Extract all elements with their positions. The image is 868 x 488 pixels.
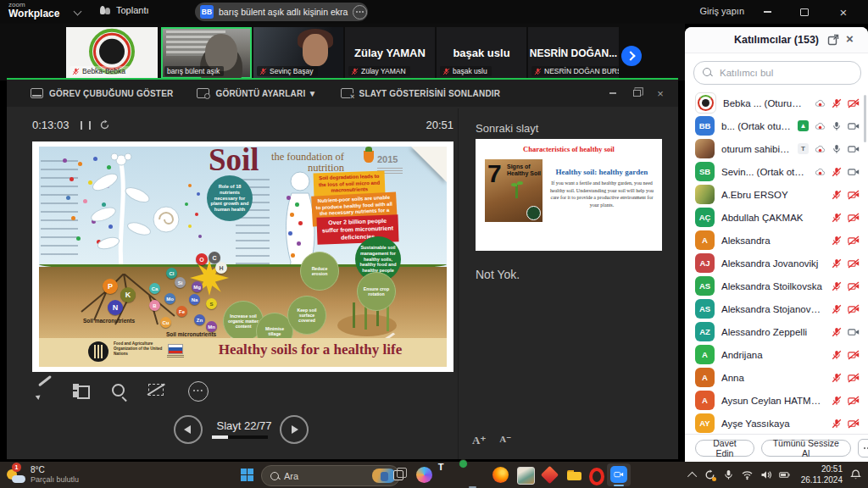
mic-status-icon[interactable] <box>832 167 842 177</box>
notifications-bell-icon[interactable] <box>850 469 861 480</box>
mic-status-icon[interactable] <box>832 236 842 246</box>
mic-status-icon[interactable] <box>832 327 842 337</box>
mic-status-icon[interactable] <box>832 190 842 200</box>
camera-status-icon[interactable] <box>848 236 860 246</box>
zoom-slide-icon[interactable] <box>110 382 129 401</box>
restart-timer-icon[interactable] <box>99 119 110 130</box>
show-taskbar-button[interactable]: GÖREV ÇUBUĞUNU GÖSTER <box>31 88 173 98</box>
display-settings-button[interactable]: GÖRÜNTÜ AYARLARI ▼ <box>197 88 316 98</box>
participant-row[interactable]: AY Ayşe Yassıkaya <box>685 412 865 435</box>
video-tile-sevinc[interactable]: Sevinç Başay <box>253 27 343 79</box>
invite-button[interactable]: Davet Edin <box>695 440 754 457</box>
window-minimize-button[interactable] <box>604 85 622 102</box>
participant-row[interactable]: Bebka ... (Oturum Sahibi, ben) <box>685 92 865 114</box>
battery-icon[interactable] <box>779 469 790 480</box>
participant-row[interactable]: AS Aleksandra Stojanovska <box>685 297 865 320</box>
video-tile-nesrin[interactable]: NESRİN DOĞAN... NESRİN DOĞAN BURSA <box>528 27 619 79</box>
camera-status-icon[interactable] <box>848 304 860 314</box>
window-close-button[interactable]: × <box>651 85 670 102</box>
next-slide-button[interactable] <box>280 415 309 444</box>
weather-widget[interactable]: 1 8°C Parçalı bulutlu <box>5 464 79 485</box>
mic-status-icon[interactable] <box>832 121 842 131</box>
zoom-app-active[interactable] <box>607 463 631 486</box>
mic-status-icon[interactable] <box>832 144 842 154</box>
clock[interactable]: 20:51 26.11.2024 <box>801 464 843 485</box>
chevron-down-icon[interactable] <box>74 8 82 16</box>
notes-font-increase-button[interactable]: A⁺ <box>472 434 486 447</box>
video-tile-bebka[interactable]: Bebka-Bebka <box>66 27 158 79</box>
participant-row[interactable]: A Aysun Ceylan HATMTAL <box>685 389 865 412</box>
scrollbar[interactable] <box>864 95 866 142</box>
video-tile-zulay[interactable]: Zülay YAMAN Zülay YAMAN <box>345 27 435 79</box>
participant-row[interactable]: oturum sahibi, çevirmen) T <box>685 137 865 160</box>
next-page-button[interactable] <box>621 46 642 66</box>
sync-icon[interactable] <box>704 469 715 480</box>
tray-chevron-icon[interactable] <box>687 471 697 480</box>
search-input[interactable] <box>718 63 857 83</box>
camera-status-icon[interactable] <box>848 327 860 337</box>
mic-status-icon[interactable] <box>832 419 842 429</box>
maximize-button[interactable] <box>790 0 819 24</box>
window-restore-button[interactable] <box>627 85 646 102</box>
mic-status-icon[interactable] <box>832 258 842 269</box>
video-tile-basak[interactable]: başak uslu başak uslu <box>437 27 526 79</box>
camera-status-icon[interactable] <box>848 167 860 177</box>
start-button[interactable] <box>241 469 253 481</box>
mic-status-icon[interactable] <box>832 213 842 223</box>
notes-font-decrease-button[interactable]: A⁻ <box>499 434 511 447</box>
previous-slide-button[interactable] <box>174 415 203 444</box>
mic-status-icon[interactable] <box>832 396 842 406</box>
popout-icon[interactable] <box>827 34 839 46</box>
participant-row[interactable]: SB Sevin... (Ortak oturum sahibi) <box>685 160 865 183</box>
camera-status-icon[interactable] <box>848 373 860 383</box>
minimize-button[interactable] <box>753 0 782 24</box>
participant-row[interactable]: A.Ebru ERSOY <box>685 183 865 206</box>
camera-status-icon[interactable] <box>848 144 860 154</box>
mic-status-icon[interactable] <box>832 304 842 314</box>
camera-status-icon[interactable] <box>848 350 860 360</box>
taskbar-search[interactable]: Ara <box>261 465 400 486</box>
mic-status-icon[interactable] <box>832 373 842 383</box>
opera-icon[interactable] <box>588 467 604 483</box>
signin-link[interactable]: Giriş yapın <box>699 6 744 16</box>
see-all-slides-icon[interactable] <box>73 382 92 401</box>
notification-more-icon[interactable] <box>353 5 367 19</box>
mic-status-icon[interactable] <box>832 98 842 108</box>
tab-meeting[interactable]: Toplantı <box>100 5 149 15</box>
tray-mic-icon[interactable] <box>723 469 734 480</box>
participant-row[interactable]: AJ Aleksandra Jovanovikj <box>685 252 865 274</box>
end-slideshow-button[interactable]: SLAYT GÖSTERİSİNİ SONLANDIR <box>341 88 501 98</box>
participant-row[interactable]: BB b... (Ortak oturum sahibi) ▲ <box>685 114 865 137</box>
participant-row[interactable]: AÇ Abdullah ÇAKMAK <box>685 206 865 229</box>
camera-status-icon[interactable] <box>848 281 860 291</box>
mic-status-icon[interactable] <box>832 281 842 291</box>
copilot-icon[interactable] <box>416 467 432 483</box>
camera-status-icon[interactable] <box>848 121 860 131</box>
participant-search[interactable] <box>693 61 861 85</box>
speaker-icon[interactable] <box>760 469 771 480</box>
participant-row[interactable]: A Andrijana <box>685 343 865 366</box>
camera-status-icon[interactable] <box>848 190 860 200</box>
participant-row[interactable]: A Anna <box>685 366 865 389</box>
camera-status-icon[interactable] <box>848 258 860 269</box>
mute-all-button[interactable]: Tümünü Sessize Al <box>761 440 851 457</box>
current-slide[interactable]: Soil the foundation of nutrition 2015 <box>32 141 453 372</box>
pause-timer-icon[interactable] <box>81 121 91 130</box>
camera-status-icon[interactable] <box>848 213 860 223</box>
participant-row[interactable]: AS Aleksandra Stoilkovska <box>685 274 865 297</box>
participant-row[interactable]: A Aleksandra <box>685 229 865 252</box>
camera-status-icon[interactable] <box>848 396 860 406</box>
black-screen-icon[interactable] <box>147 382 170 401</box>
close-button[interactable]: × <box>829 0 858 24</box>
camera-status-icon[interactable] <box>848 419 860 429</box>
firefox-icon[interactable] <box>492 467 509 483</box>
footer-more-icon[interactable] <box>858 439 868 458</box>
more-options-icon[interactable] <box>188 381 209 402</box>
participant-row[interactable]: AZ Alessandro Zeppelli <box>685 320 865 343</box>
wifi-icon[interactable] <box>742 469 753 480</box>
mic-status-icon[interactable] <box>832 350 842 360</box>
close-panel-icon[interactable]: × <box>846 31 858 43</box>
task-view-icon[interactable] <box>392 467 408 483</box>
next-slide-preview[interactable]: Characteristics of healthy soil 7 Signs … <box>476 139 662 251</box>
pen-icon[interactable] <box>36 382 54 401</box>
